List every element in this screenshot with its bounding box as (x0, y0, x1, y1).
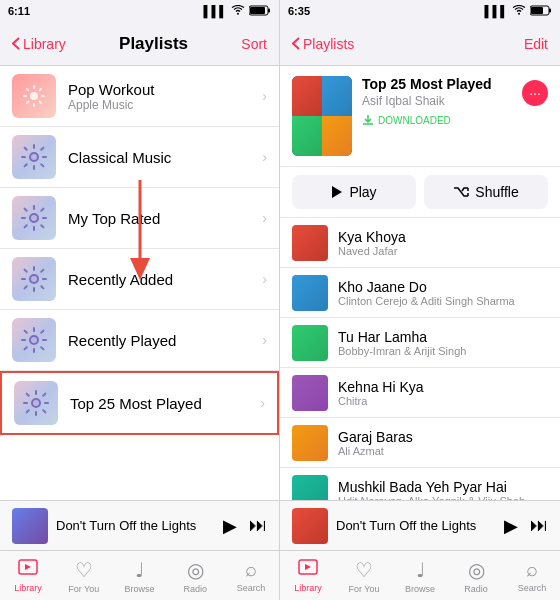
playlist-name: Pop Workout (68, 81, 262, 98)
right-time: 6:35 (288, 5, 310, 17)
chevron-icon: › (262, 88, 267, 104)
chevron-icon: › (262, 271, 267, 287)
right-now-playing-bar[interactable]: Don't Turn Off the Lights ▶ ⏭ (280, 500, 560, 550)
left-tab-foryou-label: For You (68, 584, 99, 594)
right-library-icon (298, 558, 318, 581)
right-next-icon[interactable]: ⏭ (530, 515, 548, 536)
song-thumb (292, 475, 328, 501)
right-now-controls[interactable]: ▶ ⏭ (504, 515, 548, 537)
right-back-button[interactable]: Playlists (292, 36, 354, 52)
left-status-icons: ▌▌▌ (204, 5, 271, 18)
song-thumb (292, 225, 328, 261)
left-back-button[interactable]: Library (12, 36, 66, 52)
song-list: Kya Khoya Naved Jafar Kho Jaane Do Clint… (280, 218, 560, 500)
song-title: Tu Har Lamha (338, 329, 548, 345)
playlist-item-top25[interactable]: Top 25 Most Played › (0, 371, 279, 435)
playlist-thumb-top-rated (12, 196, 56, 240)
left-tab-browse-label: Browse (124, 584, 154, 594)
playlist-detail-title: Top 25 Most Played (362, 76, 512, 92)
playlist-name: Classical Music (68, 149, 262, 166)
song-artist: Naved Jafar (338, 245, 548, 257)
playlist-info-recently-played: Recently Played (68, 332, 262, 349)
playlist-item-pop-workout[interactable]: Pop Workout Apple Music › (0, 66, 279, 127)
song-item-6[interactable]: Mushkil Bada Yeh Pyar Hai Udit Narayan, … (280, 468, 560, 500)
song-item-2[interactable]: Kho Jaane Do Clinton Cerejo & Aditi Sing… (280, 268, 560, 318)
song-info: Garaj Baras Ali Azmat (338, 429, 548, 457)
song-artist: Ali Azmat (338, 445, 548, 457)
right-tab-browse[interactable]: ♩ Browse (392, 558, 448, 594)
left-time: 6:11 (8, 5, 30, 17)
playlist-list: Pop Workout Apple Music › Classical Musi… (0, 66, 279, 500)
right-nav-bar: Playlists Edit (280, 22, 560, 66)
playlist-cover-art (292, 76, 352, 156)
left-tab-browse[interactable]: ♩ Browse (112, 558, 168, 594)
left-tab-library[interactable]: Library (0, 558, 56, 593)
right-play-icon[interactable]: ▶ (504, 515, 518, 537)
song-thumb (292, 375, 328, 411)
song-title: Kya Khoya (338, 229, 548, 245)
battery-icon (249, 5, 271, 18)
right-browse-icon: ♩ (416, 558, 425, 582)
search-icon: ⌕ (245, 558, 257, 581)
right-search-icon: ⌕ (526, 558, 538, 581)
playlist-item-recently-added[interactable]: Recently Added › (0, 249, 279, 310)
right-tab-search[interactable]: ⌕ Search (504, 558, 560, 593)
song-title: Mushkil Bada Yeh Pyar Hai (338, 479, 548, 495)
left-now-playing-thumb (12, 508, 48, 544)
left-status-bar: 6:11 ▌▌▌ (0, 0, 279, 22)
left-now-playing-title: Don't Turn Off the Lights (56, 518, 223, 533)
left-tab-radio-label: Radio (184, 584, 208, 594)
svg-rect-2 (250, 7, 265, 14)
right-edit-button[interactable]: Edit (524, 36, 548, 52)
song-info: Kho Jaane Do Clinton Cerejo & Aditi Sing… (338, 279, 548, 307)
playlist-sub: Apple Music (68, 98, 262, 112)
play-icon[interactable]: ▶ (223, 515, 237, 537)
left-sort-button[interactable]: Sort (241, 36, 267, 52)
right-tab-radio-label: Radio (464, 584, 488, 594)
right-tab-search-label: Search (518, 583, 547, 593)
playlist-item-top-rated[interactable]: My Top Rated › (0, 188, 279, 249)
chevron-icon: › (262, 210, 267, 226)
playlist-info-top25: Top 25 Most Played (70, 395, 260, 412)
right-tab-foryou-label: For You (348, 584, 379, 594)
left-tab-search-label: Search (237, 583, 266, 593)
right-status-icons: ▌▌▌ (485, 5, 552, 18)
right-battery-icon (530, 5, 552, 18)
left-tab-search[interactable]: ⌕ Search (223, 558, 279, 593)
play-button[interactable]: Play (292, 175, 416, 209)
song-item-5[interactable]: Garaj Baras Ali Azmat (280, 418, 560, 468)
left-tab-library-label: Library (14, 583, 42, 593)
svg-point-5 (30, 153, 38, 161)
song-thumb (292, 275, 328, 311)
svg-point-13 (518, 13, 520, 15)
song-item-3[interactable]: Tu Har Lamha Bobby-Imran & Arijit Singh (280, 318, 560, 368)
song-item-4[interactable]: Kehna Hi Kya Chitra (280, 368, 560, 418)
wifi-icon (231, 5, 245, 17)
song-info: Kya Khoya Naved Jafar (338, 229, 548, 257)
right-tab-library[interactable]: Library (280, 558, 336, 593)
playlist-item-classical[interactable]: Classical Music › (0, 127, 279, 188)
left-now-playing-controls[interactable]: ▶ ⏭ (223, 515, 267, 537)
right-radio-icon: ◎ (468, 558, 485, 582)
left-nav-bar: Library Playlists Sort (0, 22, 279, 66)
more-options-button[interactable]: ··· (522, 80, 548, 106)
right-panel: 6:35 ▌▌▌ Playli (280, 0, 560, 600)
signal-icon: ▌▌▌ (204, 5, 227, 17)
chevron-icon: › (260, 395, 265, 411)
song-item-1[interactable]: Kya Khoya Naved Jafar (280, 218, 560, 268)
shuffle-button[interactable]: Shuffle (424, 175, 548, 209)
song-info: Kehna Hi Kya Chitra (338, 379, 548, 407)
song-title: Kho Jaane Do (338, 279, 548, 295)
playlist-name: My Top Rated (68, 210, 262, 227)
next-icon[interactable]: ⏭ (249, 515, 267, 536)
right-tab-radio[interactable]: ◎ Radio (448, 558, 504, 594)
song-artist: Chitra (338, 395, 548, 407)
left-tab-foryou[interactable]: ♡ For You (56, 558, 112, 594)
right-tab-foryou[interactable]: ♡ For You (336, 558, 392, 594)
left-tab-radio[interactable]: ◎ Radio (167, 558, 223, 594)
left-now-playing-bar[interactable]: Don't Turn Off the Lights ▶ ⏭ (0, 500, 279, 550)
playlist-item-recently-played[interactable]: Recently Played › (0, 310, 279, 371)
svg-point-7 (30, 275, 38, 283)
chevron-icon: › (262, 149, 267, 165)
right-foryou-icon: ♡ (355, 558, 373, 582)
